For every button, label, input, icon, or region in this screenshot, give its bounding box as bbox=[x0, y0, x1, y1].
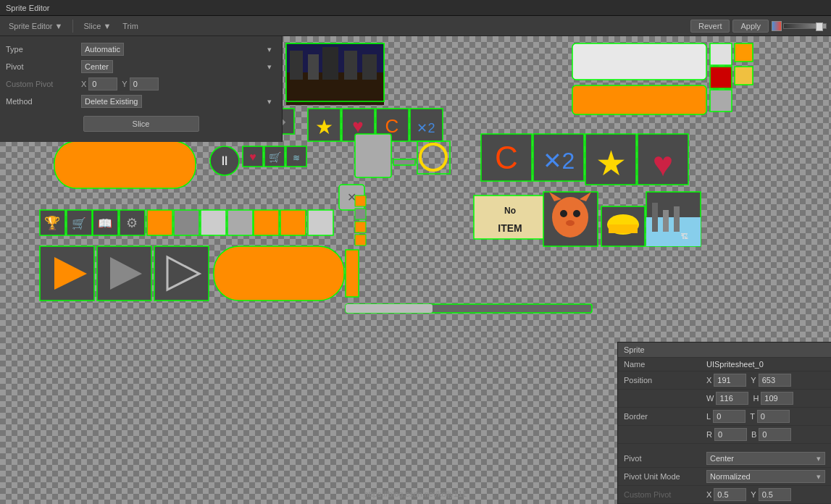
svg-text:C: C bbox=[495, 140, 518, 175]
toolbar: Sprite Editor ▼ Slice ▼ Trim Revert Appl… bbox=[0, 16, 831, 36]
border-l-label: L bbox=[706, 412, 711, 421]
color-slider[interactable] bbox=[783, 23, 827, 29]
custom-pivot-x-input[interactable] bbox=[88, 77, 117, 91]
sprite-pivot-x-input[interactable] bbox=[714, 488, 746, 501]
size-h-item: H bbox=[753, 392, 793, 405]
svg-rect-98 bbox=[652, 203, 658, 232]
border-b-label: B bbox=[751, 430, 756, 439]
svg-text:📖: 📖 bbox=[98, 217, 112, 230]
border-b-item: B bbox=[751, 428, 791, 441]
slice-panel: Type Automatic Pivot Center Custom Pivot… bbox=[0, 36, 283, 142]
svg-point-90 bbox=[566, 220, 575, 226]
pivot-label: Pivot bbox=[6, 62, 78, 71]
pivot-unit-label: Pivot Unit Mode bbox=[624, 472, 703, 481]
sprite-custom-pivot-xy: X Y bbox=[706, 488, 791, 501]
pivot-select[interactable]: Center bbox=[81, 60, 113, 73]
border-rb-xy: R B bbox=[706, 428, 791, 441]
position-xy: X Y bbox=[706, 374, 791, 387]
svg-rect-54 bbox=[355, 134, 391, 177]
svg-rect-118 bbox=[355, 235, 366, 245]
sprite-pivot-y-item: Y bbox=[751, 488, 790, 501]
svg-rect-17 bbox=[308, 54, 319, 80]
svg-rect-108 bbox=[214, 246, 344, 301]
pivot-select-wrapper: Center bbox=[81, 60, 276, 73]
svg-rect-117 bbox=[355, 222, 366, 232]
svg-rect-25 bbox=[710, 67, 732, 88]
pos-x-input[interactable] bbox=[714, 374, 746, 387]
sprite-pivot-select[interactable]: Center bbox=[706, 452, 825, 465]
custom-pivot-y-field: Y bbox=[122, 77, 158, 91]
pivot-unit-select[interactable]: Normalized bbox=[706, 470, 825, 483]
sprite-custom-pivot-label: Custom Pivot bbox=[624, 490, 703, 499]
size-h-input[interactable] bbox=[761, 392, 793, 405]
method-select[interactable]: Delete Existing bbox=[81, 95, 142, 108]
custom-pivot-row: Custom Pivot X Y bbox=[0, 75, 282, 93]
title-label: Sprite Editor bbox=[6, 4, 50, 12]
border-label: Border bbox=[624, 412, 703, 421]
sprite-pivot-label: Pivot bbox=[624, 454, 703, 463]
type-select[interactable]: Automatic bbox=[81, 43, 124, 56]
svg-point-89 bbox=[573, 210, 580, 217]
pos-y-label: Y bbox=[751, 376, 756, 385]
custom-pivot-x-field: X bbox=[81, 77, 117, 91]
border-l-input[interactable] bbox=[713, 410, 746, 423]
svg-rect-23 bbox=[572, 85, 706, 114]
svg-text:≋: ≋ bbox=[293, 153, 300, 163]
svg-rect-45 bbox=[54, 141, 196, 188]
border-t-input[interactable] bbox=[757, 410, 790, 423]
svg-rect-27 bbox=[735, 43, 753, 62]
border-r-input[interactable] bbox=[714, 428, 747, 441]
svg-text:No: No bbox=[504, 206, 516, 216]
slice-menu[interactable]: Slice ▼ bbox=[79, 20, 115, 32]
name-label: Name bbox=[624, 360, 703, 369]
custom-pivot-y-input[interactable] bbox=[130, 77, 159, 91]
svg-rect-82 bbox=[308, 210, 333, 235]
apply-button[interactable]: Apply bbox=[732, 20, 769, 33]
sprite-pivot-y-label: Y bbox=[751, 490, 756, 499]
slice-button[interactable]: Slice bbox=[83, 116, 199, 132]
revert-button[interactable]: Revert bbox=[690, 20, 730, 33]
svg-text:ITEM: ITEM bbox=[498, 222, 522, 234]
svg-rect-116 bbox=[355, 209, 366, 219]
svg-rect-80 bbox=[254, 210, 279, 235]
svg-rect-78 bbox=[201, 210, 226, 235]
type-select-wrapper: Automatic bbox=[81, 43, 276, 56]
border-b-input[interactable] bbox=[759, 428, 791, 441]
size-w-input[interactable] bbox=[716, 392, 748, 405]
color-slider-thumb[interactable] bbox=[816, 22, 823, 31]
pos-y-item: Y bbox=[751, 374, 790, 387]
border-t-item: T bbox=[750, 410, 790, 423]
svg-text:🏆: 🏆 bbox=[44, 215, 61, 231]
svg-rect-22 bbox=[572, 43, 706, 80]
svg-rect-28 bbox=[735, 67, 753, 85]
position-label: Position bbox=[624, 376, 703, 385]
svg-rect-19 bbox=[344, 51, 357, 80]
x-label: X bbox=[81, 80, 86, 88]
svg-text:⚙: ⚙ bbox=[126, 216, 138, 230]
svg-rect-109 bbox=[346, 250, 359, 297]
svg-text:✕2: ✕2 bbox=[543, 148, 575, 174]
trim-button[interactable]: Trim bbox=[118, 20, 143, 32]
sprite-pivot-x-item: X bbox=[706, 488, 746, 501]
svg-rect-99 bbox=[663, 210, 669, 232]
svg-rect-77 bbox=[174, 210, 199, 235]
pos-x-item: X bbox=[706, 374, 746, 387]
method-select-wrapper: Delete Existing bbox=[81, 95, 276, 108]
color-box[interactable] bbox=[772, 21, 782, 31]
svg-point-57 bbox=[420, 144, 446, 170]
pos-x-label: X bbox=[706, 376, 711, 385]
svg-rect-16 bbox=[290, 51, 303, 80]
svg-text:🏗: 🏗 bbox=[681, 232, 688, 240]
position-row: Position X Y bbox=[618, 371, 831, 390]
type-label: Type bbox=[6, 45, 78, 54]
svg-point-88 bbox=[560, 210, 567, 217]
main-area: ⚙ 🛒 bbox=[0, 36, 831, 504]
border-row-lt: Border L T bbox=[618, 408, 831, 426]
svg-rect-115 bbox=[355, 196, 366, 206]
svg-rect-24 bbox=[710, 43, 732, 65]
sprite-editor-menu[interactable]: Sprite Editor ▼ bbox=[4, 20, 67, 32]
custom-pivot-fields: X Y bbox=[81, 77, 276, 91]
sprite-pivot-y-input[interactable] bbox=[759, 488, 791, 501]
name-value: UISpritesheet_0 bbox=[706, 360, 764, 369]
pos-y-input[interactable] bbox=[759, 374, 791, 387]
